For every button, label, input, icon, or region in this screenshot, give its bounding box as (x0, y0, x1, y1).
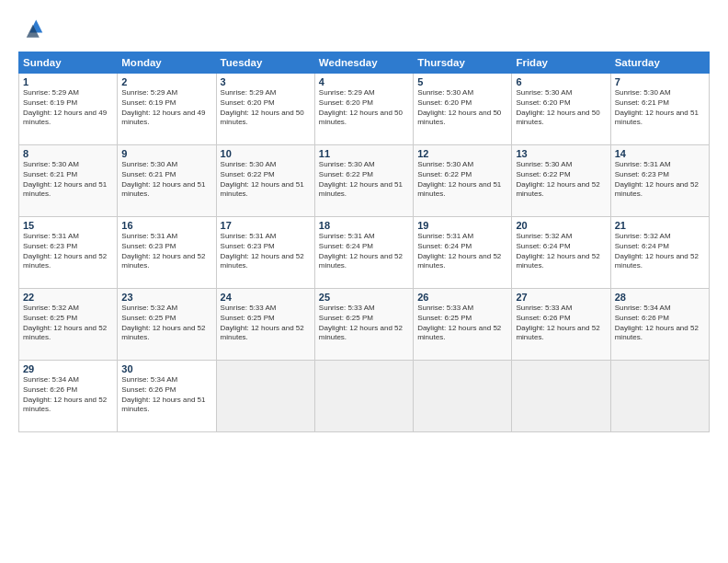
weekday-header-wednesday: Wednesday (314, 52, 413, 74)
calendar-cell: 19Sunrise: 5:31 AM Sunset: 6:24 PM Dayli… (414, 217, 512, 289)
cell-info: Sunrise: 5:32 AM Sunset: 6:25 PM Dayligh… (121, 304, 211, 343)
day-number: 19 (417, 220, 507, 231)
cell-info: Sunrise: 5:31 AM Sunset: 6:24 PM Dayligh… (417, 232, 507, 271)
day-number: 24 (221, 292, 311, 303)
calendar-cell: 27Sunrise: 5:33 AM Sunset: 6:26 PM Dayli… (512, 289, 610, 361)
calendar-cell: 16Sunrise: 5:31 AM Sunset: 6:23 PM Dayli… (118, 217, 216, 289)
cell-info: Sunrise: 5:29 AM Sunset: 6:20 PM Dayligh… (221, 88, 311, 128)
calendar-week-row: 1Sunrise: 5:29 AM Sunset: 6:19 PM Daylig… (19, 74, 710, 145)
cell-info: Sunrise: 5:34 AM Sunset: 6:26 PM Dayligh… (121, 375, 211, 415)
cell-info: Sunrise: 5:30 AM Sunset: 6:21 PM Dayligh… (615, 88, 705, 128)
calendar-cell: 15Sunrise: 5:31 AM Sunset: 6:23 PM Dayli… (19, 217, 118, 289)
weekday-header-thursday: Thursday (414, 52, 512, 74)
day-number: 16 (121, 220, 211, 231)
calendar-cell: 11Sunrise: 5:30 AM Sunset: 6:22 PM Dayli… (314, 145, 413, 217)
page: SundayMondayTuesdayWednesdayThursdayFrid… (0, 0, 728, 563)
calendar-cell: 2Sunrise: 5:29 AM Sunset: 6:19 PM Daylig… (118, 74, 216, 145)
cell-info: Sunrise: 5:31 AM Sunset: 6:23 PM Dayligh… (615, 160, 705, 200)
cell-info: Sunrise: 5:32 AM Sunset: 6:24 PM Dayligh… (516, 232, 606, 271)
calendar-cell (216, 361, 314, 432)
cell-info: Sunrise: 5:29 AM Sunset: 6:19 PM Dayligh… (23, 88, 113, 128)
calendar-cell: 13Sunrise: 5:30 AM Sunset: 6:22 PM Dayli… (512, 145, 610, 217)
day-number: 5 (417, 76, 507, 87)
day-number: 29 (23, 363, 113, 374)
calendar-cell: 9Sunrise: 5:30 AM Sunset: 6:21 PM Daylig… (118, 145, 216, 217)
cell-info: Sunrise: 5:30 AM Sunset: 6:21 PM Dayligh… (23, 160, 113, 200)
calendar-week-row: 22Sunrise: 5:32 AM Sunset: 6:25 PM Dayli… (19, 289, 710, 361)
calendar-cell (512, 361, 610, 432)
day-number: 7 (615, 76, 705, 87)
calendar-cell: 3Sunrise: 5:29 AM Sunset: 6:20 PM Daylig… (216, 74, 314, 145)
cell-info: Sunrise: 5:32 AM Sunset: 6:25 PM Dayligh… (23, 304, 113, 343)
day-number: 2 (121, 76, 211, 87)
header (18, 17, 710, 42)
cell-info: Sunrise: 5:30 AM Sunset: 6:22 PM Dayligh… (319, 160, 409, 200)
day-number: 6 (516, 76, 606, 87)
cell-info: Sunrise: 5:31 AM Sunset: 6:23 PM Dayligh… (221, 232, 311, 271)
calendar-cell: 29Sunrise: 5:34 AM Sunset: 6:26 PM Dayli… (19, 361, 118, 432)
day-number: 27 (516, 292, 606, 303)
calendar-cell: 23Sunrise: 5:32 AM Sunset: 6:25 PM Dayli… (118, 289, 216, 361)
calendar-cell: 5Sunrise: 5:30 AM Sunset: 6:20 PM Daylig… (414, 74, 512, 145)
cell-info: Sunrise: 5:30 AM Sunset: 6:20 PM Dayligh… (417, 88, 507, 128)
calendar-cell: 10Sunrise: 5:30 AM Sunset: 6:22 PM Dayli… (216, 145, 314, 217)
cell-info: Sunrise: 5:31 AM Sunset: 6:23 PM Dayligh… (121, 232, 211, 271)
day-number: 1 (23, 76, 113, 87)
calendar-cell: 12Sunrise: 5:30 AM Sunset: 6:22 PM Dayli… (414, 145, 512, 217)
day-number: 22 (23, 292, 113, 303)
cell-info: Sunrise: 5:33 AM Sunset: 6:25 PM Dayligh… (417, 304, 507, 343)
cell-info: Sunrise: 5:32 AM Sunset: 6:24 PM Dayligh… (615, 232, 705, 271)
cell-info: Sunrise: 5:29 AM Sunset: 6:20 PM Dayligh… (319, 88, 409, 128)
day-number: 9 (121, 148, 211, 159)
calendar-cell: 26Sunrise: 5:33 AM Sunset: 6:25 PM Dayli… (414, 289, 512, 361)
weekday-header-saturday: Saturday (610, 52, 709, 74)
weekday-header-friday: Friday (512, 52, 610, 74)
calendar-cell: 7Sunrise: 5:30 AM Sunset: 6:21 PM Daylig… (610, 74, 709, 145)
calendar-cell: 21Sunrise: 5:32 AM Sunset: 6:24 PM Dayli… (610, 217, 709, 289)
cell-info: Sunrise: 5:33 AM Sunset: 6:25 PM Dayligh… (221, 304, 311, 343)
cell-info: Sunrise: 5:33 AM Sunset: 6:25 PM Dayligh… (319, 304, 409, 343)
cell-info: Sunrise: 5:30 AM Sunset: 6:22 PM Dayligh… (221, 160, 311, 200)
calendar-week-row: 29Sunrise: 5:34 AM Sunset: 6:26 PM Dayli… (19, 361, 710, 432)
day-number: 13 (516, 148, 606, 159)
day-number: 14 (615, 148, 705, 159)
cell-info: Sunrise: 5:30 AM Sunset: 6:22 PM Dayligh… (417, 160, 507, 200)
calendar-cell: 14Sunrise: 5:31 AM Sunset: 6:23 PM Dayli… (610, 145, 709, 217)
cell-info: Sunrise: 5:34 AM Sunset: 6:26 PM Dayligh… (615, 304, 705, 343)
calendar-cell: 18Sunrise: 5:31 AM Sunset: 6:24 PM Dayli… (314, 217, 413, 289)
day-number: 21 (615, 220, 705, 231)
calendar-cell (314, 361, 413, 432)
calendar-cell: 25Sunrise: 5:33 AM Sunset: 6:25 PM Dayli… (314, 289, 413, 361)
day-number: 20 (516, 220, 606, 231)
cell-info: Sunrise: 5:30 AM Sunset: 6:22 PM Dayligh… (516, 160, 606, 200)
day-number: 3 (221, 76, 311, 87)
calendar-cell: 30Sunrise: 5:34 AM Sunset: 6:26 PM Dayli… (118, 361, 216, 432)
day-number: 8 (23, 148, 113, 159)
calendar-cell: 17Sunrise: 5:31 AM Sunset: 6:23 PM Dayli… (216, 217, 314, 289)
logo-icon (18, 17, 44, 42)
cell-info: Sunrise: 5:31 AM Sunset: 6:24 PM Dayligh… (319, 232, 409, 271)
day-number: 17 (221, 220, 311, 231)
day-number: 11 (319, 148, 409, 159)
calendar-cell: 6Sunrise: 5:30 AM Sunset: 6:20 PM Daylig… (512, 74, 610, 145)
day-number: 30 (121, 363, 211, 374)
calendar-cell: 1Sunrise: 5:29 AM Sunset: 6:19 PM Daylig… (19, 74, 118, 145)
calendar-cell: 24Sunrise: 5:33 AM Sunset: 6:25 PM Dayli… (216, 289, 314, 361)
cell-info: Sunrise: 5:33 AM Sunset: 6:26 PM Dayligh… (516, 304, 606, 343)
cell-info: Sunrise: 5:30 AM Sunset: 6:21 PM Dayligh… (121, 160, 211, 200)
day-number: 15 (23, 220, 113, 231)
calendar-cell: 8Sunrise: 5:30 AM Sunset: 6:21 PM Daylig… (19, 145, 118, 217)
day-number: 28 (615, 292, 705, 303)
weekday-header-tuesday: Tuesday (216, 52, 314, 74)
calendar-table: SundayMondayTuesdayWednesdayThursdayFrid… (18, 52, 710, 432)
weekday-header-sunday: Sunday (19, 52, 118, 74)
weekday-header-monday: Monday (118, 52, 216, 74)
calendar-week-row: 8Sunrise: 5:30 AM Sunset: 6:21 PM Daylig… (19, 145, 710, 217)
day-number: 4 (319, 76, 409, 87)
calendar-cell (414, 361, 512, 432)
weekday-header-row: SundayMondayTuesdayWednesdayThursdayFrid… (19, 52, 710, 74)
calendar-cell: 20Sunrise: 5:32 AM Sunset: 6:24 PM Dayli… (512, 217, 610, 289)
day-number: 26 (417, 292, 507, 303)
cell-info: Sunrise: 5:31 AM Sunset: 6:23 PM Dayligh… (23, 232, 113, 271)
calendar-cell: 28Sunrise: 5:34 AM Sunset: 6:26 PM Dayli… (610, 289, 709, 361)
